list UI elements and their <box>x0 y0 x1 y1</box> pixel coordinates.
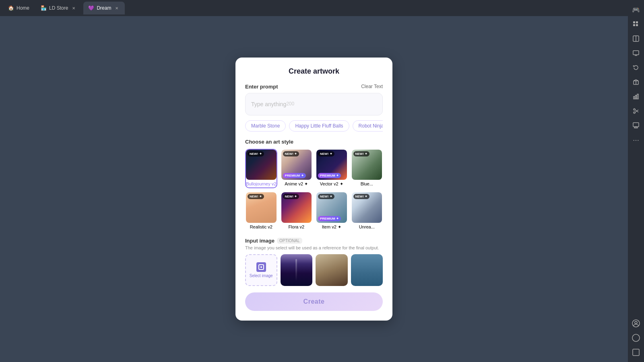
sidebar-gamepad-icon[interactable]: 🎮 <box>630 3 642 16</box>
art-style-grid: NEW! ✦ Bullojourney v2 NEW! ✦ PREMIUM ✦ … <box>245 149 383 231</box>
svg-rect-10 <box>634 97 635 99</box>
tab-home[interactable]: 🏠 Home <box>3 2 34 14</box>
tab-ld-store-label: LD Store <box>49 5 68 11</box>
style-item-img: NEW! ✦ PREMIUM ✦ <box>316 192 347 223</box>
premium-badge-anime: PREMIUM ✦ <box>283 173 306 178</box>
svg-rect-2 <box>633 24 635 26</box>
svg-point-22 <box>632 334 640 341</box>
create-button[interactable]: Create <box>245 292 383 311</box>
optional-badge: OPTIONAL <box>277 238 302 244</box>
sidebar-package-icon[interactable] <box>630 76 642 88</box>
new-badge-anime: NEW! ✦ <box>283 151 299 156</box>
sidebar-user-icon[interactable] <box>630 317 642 330</box>
prompt-label: Enter prompt <box>245 84 278 90</box>
art-style-label: Choose an art style <box>245 139 383 145</box>
svg-rect-0 <box>633 21 635 23</box>
style-item[interactable]: NEW! ✦ PREMIUM ✦ Item v2 ✦ <box>316 191 348 231</box>
image-select-row: Select image <box>245 254 383 286</box>
svg-point-13 <box>634 109 635 110</box>
input-image-label-text: Input image <box>245 238 275 244</box>
browser-chrome: 🏠 Home 🏪 LD Store ✕ 💜 Dream ✕ <box>0 0 644 16</box>
sidebar-chart-icon[interactable] <box>630 90 642 103</box>
dream-icon: 💜 <box>88 5 94 11</box>
svg-rect-1 <box>636 21 638 23</box>
chip-marble-stone[interactable]: Marble Stone <box>245 120 286 132</box>
upload-icon <box>256 262 266 272</box>
prompt-char-count: 200 <box>286 101 294 107</box>
home-icon: 🏠 <box>8 5 14 11</box>
chip-robot-ninja[interactable]: Robot Ninja <box>353 120 383 132</box>
reference-image-3[interactable] <box>351 254 383 286</box>
sidebar-screen-icon[interactable] <box>630 47 642 60</box>
style-blue[interactable]: NEW! ✦ Blue... <box>351 149 383 189</box>
style-vector-name: Vector v2 ✦ <box>316 181 347 187</box>
tab-dream-close[interactable]: ✕ <box>114 5 120 11</box>
premium-badge-vector: PREMIUM ✦ <box>318 173 341 178</box>
tab-dream[interactable]: 💜 Dream ✕ <box>83 2 125 14</box>
sidebar-refresh-icon[interactable] <box>630 61 642 74</box>
style-vector-img: NEW! ✦ PREMIUM ✦ <box>316 150 347 180</box>
input-image-description: The image you select will be used as a r… <box>245 245 383 250</box>
new-badge-realistic: NEW! ✦ <box>248 194 264 199</box>
svg-rect-6 <box>633 51 639 55</box>
svg-point-14 <box>634 112 635 113</box>
style-anime[interactable]: NEW! ✦ PREMIUM ✦ Anime v2 ✦ <box>281 149 313 189</box>
main-area: Create artwork Enter prompt Clear Text T… <box>0 16 628 362</box>
reference-image-1[interactable] <box>281 254 313 286</box>
tab-dream-label: Dream <box>97 5 111 11</box>
select-image-text: Select image <box>250 274 273 278</box>
style-blue-name: Blue... <box>352 181 382 187</box>
ld-store-icon: 🏪 <box>41 5 47 11</box>
style-bullio[interactable]: NEW! ✦ Bullojourney v2 <box>245 149 277 189</box>
reference-image-2[interactable] <box>316 254 348 286</box>
svg-rect-17 <box>633 123 639 127</box>
style-flora-img: NEW! ✦ <box>281 192 312 223</box>
style-item-name: Item v2 ✦ <box>316 224 347 230</box>
style-bullio-img: NEW! ✦ <box>246 150 277 180</box>
input-image-label: Input image OPTIONAL <box>245 238 383 244</box>
tab-home-label: Home <box>17 5 29 11</box>
style-realistic[interactable]: NEW! ✦ Realistic v2 <box>245 191 277 231</box>
select-image-button[interactable]: Select image <box>245 254 277 286</box>
svg-rect-12 <box>637 94 638 99</box>
svg-rect-11 <box>636 95 637 99</box>
style-unreal-img: NEW! ✦ <box>352 192 382 223</box>
card-title: Create artwork <box>245 67 383 76</box>
style-bullio-name: Bullojourney v2 <box>246 181 277 187</box>
new-badge-unreal: NEW! ✦ <box>353 194 370 199</box>
clear-text-button[interactable]: Clear Text <box>361 84 383 89</box>
premium-badge-item: PREMIUM ✦ <box>318 216 341 221</box>
sidebar-circle-icon[interactable] <box>630 331 642 344</box>
new-badge-item: NEW! ✦ <box>318 194 334 199</box>
new-badge-flora: NEW! ✦ <box>283 194 299 199</box>
sidebar-layout-icon[interactable] <box>630 32 642 45</box>
sidebar-grid-icon[interactable] <box>630 18 642 31</box>
create-artwork-card: Create artwork Enter prompt Clear Text T… <box>235 58 392 321</box>
style-vector[interactable]: NEW! ✦ PREMIUM ✦ Vector v2 ✦ <box>316 149 348 189</box>
new-badge-bullio: NEW! ✦ <box>248 151 264 156</box>
style-unreal[interactable]: NEW! ✦ Unrea... <box>351 191 383 231</box>
new-badge-vector: NEW! ✦ <box>318 151 334 156</box>
sidebar-more-icon[interactable]: ⋯ <box>630 134 642 146</box>
sidebar-monitor-icon[interactable] <box>630 119 642 132</box>
svg-rect-23 <box>633 349 639 356</box>
style-blue-img: NEW! ✦ <box>352 150 382 180</box>
prompt-placeholder: Type anything <box>251 101 286 107</box>
tab-ld-store-close[interactable]: ✕ <box>70 5 77 11</box>
style-anime-img: NEW! ✦ PREMIUM ✦ <box>281 150 312 180</box>
chip-happy-fluff[interactable]: Happy Little Fluff Balls <box>289 120 349 132</box>
sidebar-scissors-icon[interactable] <box>630 105 642 117</box>
sidebar-square-icon[interactable] <box>630 346 642 359</box>
svg-rect-3 <box>636 24 638 26</box>
new-badge-blue: NEW! ✦ <box>353 151 370 156</box>
style-realistic-img: NEW! ✦ <box>246 192 277 223</box>
style-unreal-name: Unrea... <box>352 224 382 230</box>
suggestion-chips: Marble Stone Happy Little Fluff Balls Ro… <box>245 120 383 132</box>
style-flora[interactable]: NEW! ✦ Flora v2 <box>281 191 313 231</box>
prompt-input-box[interactable]: Type anything 200 <box>245 93 383 115</box>
style-flora-name: Flora v2 <box>281 224 312 230</box>
tab-ld-store[interactable]: 🏪 LD Store ✕ <box>36 2 82 14</box>
style-anime-name: Anime v2 ✦ <box>281 181 312 187</box>
svg-point-21 <box>635 321 637 324</box>
style-realistic-name: Realistic v2 <box>246 224 277 230</box>
